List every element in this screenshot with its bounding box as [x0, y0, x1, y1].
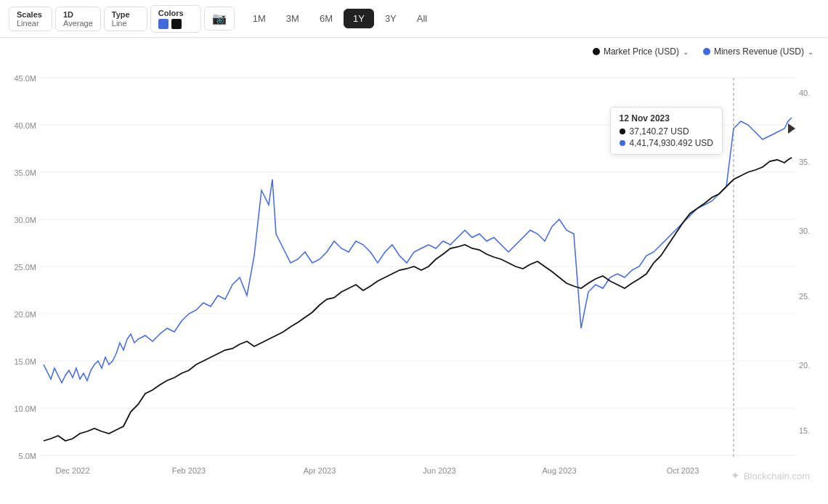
watermark-text: Blockchain.com [744, 471, 810, 481]
market-price-line [44, 158, 792, 441]
tooltip-miners-dot [620, 140, 625, 146]
miners-revenue-line [44, 118, 792, 383]
svg-text:Dec 2022: Dec 2022 [55, 466, 89, 475]
scales-value: Linear [17, 19, 39, 28]
svg-text:35.0M: 35.0M [14, 168, 36, 177]
tooltip-miners-value: 4,41,74,930.492 USD [630, 138, 713, 148]
svg-text:25.: 25. [799, 292, 810, 301]
colors-label: Colors [158, 9, 184, 17]
type-label: Type [112, 10, 130, 19]
watermark-icon: ✦ [731, 469, 740, 482]
time-6m[interactable]: 6M [310, 9, 342, 28]
tooltip-market-value: 37,140.27 USD [630, 126, 689, 137]
tooltip-miners-revenue: 4,41,74,930.492 USD [620, 138, 713, 148]
svg-text:Oct 2023: Oct 2023 [667, 466, 699, 475]
svg-text:10.0M: 10.0M [14, 405, 36, 413]
svg-text:20.: 20. [799, 361, 810, 370]
time-1m[interactable]: 1M [243, 9, 275, 28]
colors-selector[interactable]: Colors [150, 5, 201, 33]
time-3m[interactable]: 3M [277, 9, 309, 28]
time-range-buttons: 1M 3M 6M 1Y 3Y All [243, 9, 437, 28]
toolbar: Scales Linear 1D Average Type Line Color… [0, 0, 828, 38]
time-all[interactable]: All [407, 9, 437, 28]
scales-label: Scales [17, 10, 42, 19]
tooltip-market-dot [620, 129, 625, 134]
period-selector[interactable]: 1D Average [55, 7, 101, 31]
svg-text:40.: 40. [799, 89, 810, 97]
svg-text:30.: 30. [799, 227, 810, 235]
type-value: Line [112, 19, 127, 28]
color-swatches [158, 19, 182, 29]
time-1y[interactable]: 1Y [344, 9, 374, 28]
svg-text:40.0M: 40.0M [14, 121, 36, 130]
svg-text:Apr 2023: Apr 2023 [304, 466, 336, 475]
svg-text:Feb 2023: Feb 2023 [172, 466, 206, 475]
watermark: ✦ Blockchain.com [731, 469, 810, 482]
svg-text:15.: 15. [799, 426, 810, 435]
period-label: 1D [63, 10, 73, 19]
svg-text:15.0M: 15.0M [14, 357, 36, 366]
svg-text:30.0M: 30.0M [14, 216, 36, 224]
svg-text:5.0M: 5.0M [19, 452, 36, 460]
time-3y[interactable]: 3Y [376, 9, 406, 28]
svg-text:Jun 2023: Jun 2023 [423, 466, 455, 475]
period-value: Average [63, 19, 93, 28]
blue-swatch [158, 19, 169, 29]
svg-text:35.: 35. [799, 158, 810, 166]
scales-selector[interactable]: Scales Linear [9, 7, 52, 31]
camera-button[interactable]: 📷 [204, 7, 235, 31]
svg-text:Aug 2023: Aug 2023 [542, 466, 576, 475]
tooltip-market-price: 37,140.27 USD [620, 126, 713, 137]
svg-text:45.0M: 45.0M [14, 74, 36, 83]
black-swatch [171, 19, 182, 29]
chart-area: Market Price (USD) ⌄ Miners Revenue (USD… [0, 38, 828, 504]
svg-text:20.0M: 20.0M [14, 310, 36, 319]
type-selector[interactable]: Type Line [104, 7, 147, 31]
tooltip-date: 12 Nov 2023 [620, 113, 713, 123]
svg-text:25.0M: 25.0M [14, 263, 36, 272]
tooltip: 12 Nov 2023 37,140.27 USD 4,41,74,930.49… [610, 107, 723, 155]
